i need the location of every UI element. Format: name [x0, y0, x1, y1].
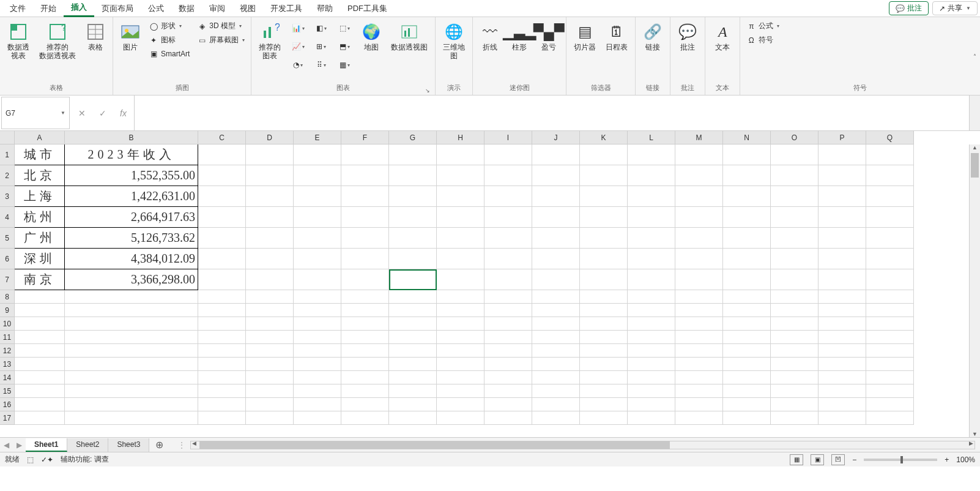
- cell-L7[interactable]: [628, 269, 675, 290]
- cell-B16[interactable]: [65, 398, 198, 411]
- cell-A2[interactable]: 北京: [15, 165, 65, 186]
- cell-K1[interactable]: [580, 144, 628, 165]
- cell-K8[interactable]: [580, 290, 628, 304]
- cell-H5[interactable]: [437, 228, 484, 249]
- cell-D15[interactable]: [246, 384, 294, 398]
- cell-I13[interactable]: [484, 358, 532, 371]
- add-sheet-button[interactable]: ⊕: [149, 439, 169, 451]
- sparkline-winloss-button[interactable]: ▀▄▀盈亏: [535, 20, 562, 54]
- shapes-button[interactable]: ◯形状▾: [146, 20, 192, 32]
- cell-G6[interactable]: [389, 249, 437, 269]
- cell-E6[interactable]: [294, 249, 341, 269]
- column-header-G[interactable]: G: [389, 131, 437, 144]
- cell-C13[interactable]: [198, 358, 246, 371]
- cell-I7[interactable]: [484, 269, 532, 290]
- cell-E9[interactable]: [294, 304, 341, 317]
- row-header-3[interactable]: 3: [0, 186, 15, 207]
- cell-D10[interactable]: [246, 317, 294, 331]
- cell-O11[interactable]: [771, 331, 819, 344]
- screenshot-button[interactable]: ▭屏幕截图▾: [195, 34, 247, 47]
- cell-M4[interactable]: [675, 207, 723, 228]
- cell-F9[interactable]: [341, 304, 389, 317]
- cell-K11[interactable]: [580, 331, 628, 344]
- cell-P2[interactable]: [819, 165, 866, 186]
- cell-M15[interactable]: [675, 384, 723, 398]
- cell-J4[interactable]: [532, 207, 580, 228]
- cell-K13[interactable]: [580, 358, 628, 371]
- cell-N14[interactable]: [723, 371, 771, 384]
- row-header-5[interactable]: 5: [0, 228, 15, 249]
- cell-Q17[interactable]: [866, 411, 914, 425]
- menu-tab-home[interactable]: 开始: [33, 1, 64, 17]
- cell-O10[interactable]: [771, 317, 819, 331]
- 3d-map-button[interactable]: 🌐 三维地 图: [439, 20, 469, 62]
- cell-O7[interactable]: [771, 269, 819, 290]
- cell-F5[interactable]: [341, 228, 389, 249]
- chart-waterfall-button[interactable]: ⬚▾: [333, 20, 355, 37]
- cell-K2[interactable]: [580, 165, 628, 186]
- timeline-button[interactable]: 🗓日程表: [602, 20, 631, 54]
- pivot-chart-button[interactable]: 数据透视图: [387, 20, 431, 54]
- cell-K12[interactable]: [580, 344, 628, 358]
- cell-I11[interactable]: [484, 331, 532, 344]
- cell-N2[interactable]: [723, 165, 771, 186]
- cell-M9[interactable]: [675, 304, 723, 317]
- cell-M10[interactable]: [675, 317, 723, 331]
- zoom-level[interactable]: 100%: [956, 455, 975, 464]
- comment-button[interactable]: 💬批注: [674, 20, 701, 54]
- cell-E13[interactable]: [294, 358, 341, 371]
- cell-C17[interactable]: [198, 411, 246, 425]
- cell-N3[interactable]: [723, 186, 771, 207]
- select-all-corner[interactable]: [0, 131, 15, 144]
- cell-N17[interactable]: [723, 411, 771, 425]
- horizontal-scrollbar[interactable]: ◀ ▶: [190, 441, 975, 449]
- cell-L17[interactable]: [628, 411, 675, 425]
- cell-B3[interactable]: 1,422,631.00: [65, 186, 198, 207]
- cell-B8[interactable]: [65, 290, 198, 304]
- cell-H15[interactable]: [437, 384, 484, 398]
- cell-N4[interactable]: [723, 207, 771, 228]
- cell-H14[interactable]: [437, 371, 484, 384]
- cell-A12[interactable]: [15, 344, 65, 358]
- row-header-13[interactable]: 13: [0, 358, 15, 371]
- cell-P12[interactable]: [819, 344, 866, 358]
- cell-B7[interactable]: 3,366,298.00: [65, 269, 198, 290]
- cell-J15[interactable]: [532, 384, 580, 398]
- cell-C11[interactable]: [198, 331, 246, 344]
- cell-J7[interactable]: [532, 269, 580, 290]
- cell-I14[interactable]: [484, 371, 532, 384]
- cell-G17[interactable]: [389, 411, 437, 425]
- cell-Q5[interactable]: [866, 228, 914, 249]
- cell-O5[interactable]: [771, 228, 819, 249]
- cell-K10[interactable]: [580, 317, 628, 331]
- cell-K15[interactable]: [580, 384, 628, 398]
- cell-G16[interactable]: [389, 398, 437, 411]
- cell-B9[interactable]: [65, 304, 198, 317]
- cell-I15[interactable]: [484, 384, 532, 398]
- column-header-F[interactable]: F: [341, 131, 389, 144]
- sheet-nav-prev[interactable]: ◀: [0, 441, 13, 449]
- column-header-P[interactable]: P: [819, 131, 866, 144]
- sheet-nav-next[interactable]: ▶: [13, 441, 26, 449]
- row-header-4[interactable]: 4: [0, 207, 15, 228]
- sheet-tab-sheet3[interactable]: Sheet3: [108, 438, 149, 452]
- cell-N13[interactable]: [723, 358, 771, 371]
- cell-L1[interactable]: [628, 144, 675, 165]
- chart-line-button[interactable]: 📈▾: [287, 38, 309, 55]
- link-button[interactable]: 🔗链接: [639, 20, 666, 54]
- cell-Q3[interactable]: [866, 186, 914, 207]
- cell-Q4[interactable]: [866, 207, 914, 228]
- cell-Q11[interactable]: [866, 331, 914, 344]
- row-header-14[interactable]: 14: [0, 371, 15, 384]
- cell-G10[interactable]: [389, 317, 437, 331]
- cell-Q7[interactable]: [866, 269, 914, 290]
- cell-C5[interactable]: [198, 228, 246, 249]
- cell-F16[interactable]: [341, 398, 389, 411]
- cell-F10[interactable]: [341, 317, 389, 331]
- chart-pie-button[interactable]: ◔▾: [287, 56, 309, 73]
- cell-D11[interactable]: [246, 331, 294, 344]
- cell-A5[interactable]: 广州: [15, 228, 65, 249]
- map-chart-button[interactable]: 🌍 地图: [358, 20, 385, 54]
- column-header-M[interactable]: M: [675, 131, 723, 144]
- row-header-8[interactable]: 8: [0, 290, 15, 304]
